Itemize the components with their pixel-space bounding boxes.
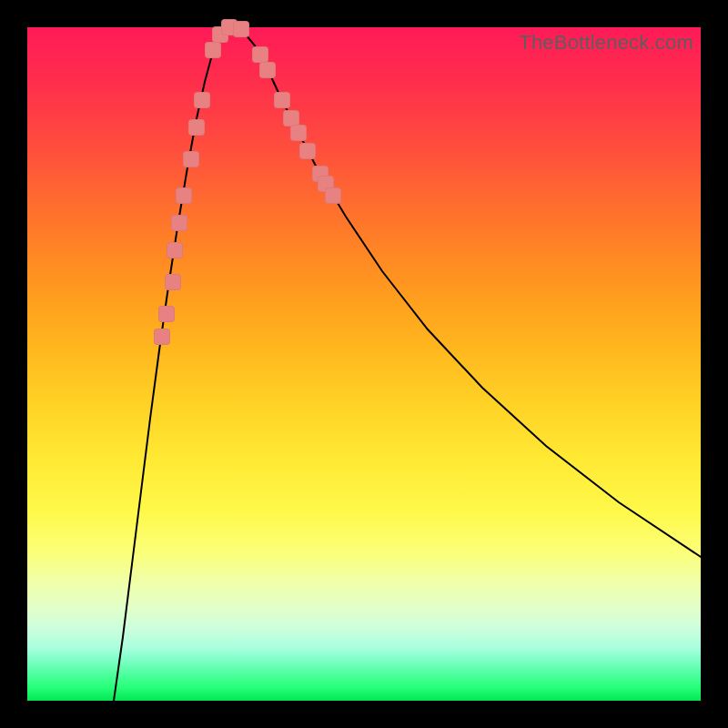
marker-point [233,21,249,37]
marker-point [252,46,268,63]
marker-point [188,119,205,136]
marker-point [259,62,276,78]
plot-area: TheBottleneck.com [27,27,701,701]
marker-point [154,329,170,345]
frame: TheBottleneck.com [0,0,728,728]
marker-point [171,215,187,231]
marker-point [183,151,199,167]
marker-point [165,274,181,290]
marker-point [299,143,316,159]
curve-svg [27,27,701,701]
marker-point [158,306,175,322]
marker-point [274,92,290,108]
marker-point [325,187,341,204]
marker-point [205,42,221,58]
marker-point [194,92,210,108]
marker-point [290,125,307,141]
marker-point [167,242,183,258]
marker-point [176,187,192,204]
